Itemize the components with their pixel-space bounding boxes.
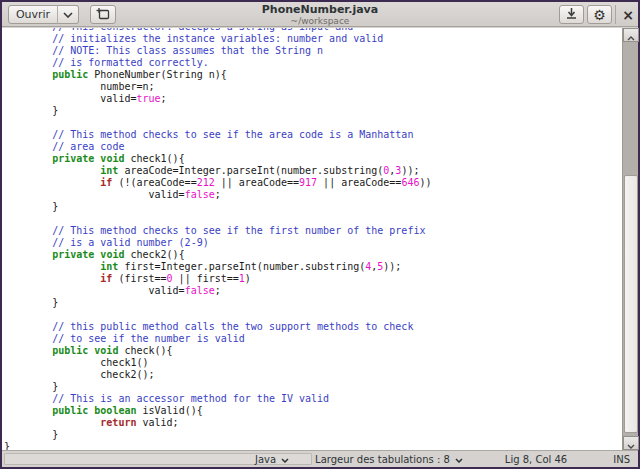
- code-line: if (!(areaCode==212 || areaCode==917 || …: [4, 177, 622, 189]
- window-title-area: PhoneNumber.java ~/workspace: [262, 4, 378, 26]
- code-line: private void check2(){: [4, 249, 622, 261]
- code-line: }: [4, 441, 622, 450]
- code-line: // area code: [4, 141, 622, 153]
- code-line: // This is an accessor method for the IV…: [4, 393, 622, 405]
- code-line: // this public method calls the two supp…: [4, 321, 622, 333]
- vertical-scrollbar[interactable]: [622, 28, 638, 450]
- header-bar: Ouvrir PhoneNumber.java ~/workspace: [2, 2, 638, 27]
- status-bar: Java Largeur des tabulations : 8 Lig 8, …: [2, 450, 638, 467]
- code-line: number=n;: [4, 81, 622, 93]
- code-line: // NOTE: This class assumes that the Str…: [4, 45, 622, 57]
- cursor-position-label: Lig 8, Col 46: [505, 454, 567, 465]
- header-separator: [615, 5, 616, 24]
- input-mode-label: INS: [613, 454, 630, 465]
- code-line: [4, 213, 622, 225]
- cursor-position: Lig 8, Col 46: [505, 454, 567, 465]
- code-line: [4, 117, 622, 129]
- code-line: int areaCode=Integer.parseInt(number.sub…: [4, 165, 622, 177]
- chevron-down-icon: [281, 454, 289, 465]
- code-line: }: [4, 381, 622, 393]
- input-mode-indicator: INS: [613, 454, 630, 465]
- gedit-window: Ouvrir PhoneNumber.java ~/workspace: [0, 0, 640, 469]
- open-recent-dropdown-button[interactable]: [57, 5, 79, 24]
- tab-width-label: Largeur des tabulations : 8: [315, 454, 450, 465]
- new-document-button[interactable]: [90, 5, 116, 24]
- code-line: return valid;: [4, 417, 622, 429]
- code-line: [4, 309, 622, 321]
- document-path: ~/workspace: [262, 16, 378, 26]
- code-line: // This method checks to see if the firs…: [4, 225, 622, 237]
- language-label: Java: [255, 454, 276, 465]
- gear-icon: ⚙: [593, 7, 606, 23]
- save-button[interactable]: [559, 5, 584, 24]
- code-line: if (first==0 || first==1): [4, 273, 622, 285]
- code-line: // is a valid number (2-9): [4, 237, 622, 249]
- chevron-down-icon: [63, 8, 73, 21]
- code-line: check2();: [4, 369, 622, 381]
- code-line: }: [4, 297, 622, 309]
- code-line: valid=false;: [4, 285, 622, 297]
- code-line: public void check(){: [4, 345, 622, 357]
- code-line: valid=true;: [4, 93, 622, 105]
- scroll-up-button[interactable]: [623, 28, 639, 42]
- code-line: }: [4, 429, 622, 441]
- code-line: private void check1(){: [4, 153, 622, 165]
- code-line: // This method checks to see if the area…: [4, 129, 622, 141]
- open-button[interactable]: Ouvrir: [8, 5, 58, 24]
- code-content: // This constructor: accepts a String as…: [2, 28, 622, 450]
- code-line: // initializes the instance variables: n…: [4, 33, 622, 45]
- code-line: valid=false;: [4, 189, 622, 201]
- open-button-label: Ouvrir: [16, 8, 50, 21]
- code-line: }: [4, 201, 622, 213]
- close-button[interactable]: ×: [617, 5, 639, 24]
- text-editor-area[interactable]: // This constructor: accepts a String as…: [2, 28, 622, 450]
- statusbar-right-group: Java Largeur des tabulations : 8 Lig 8, …: [255, 451, 630, 467]
- code-line: int first=Integer.parseInt(number.substr…: [4, 261, 622, 273]
- chevron-down-icon: [455, 454, 463, 465]
- document-title: PhoneNumber.java: [262, 4, 378, 16]
- code-line: // to see if the number is valid: [4, 333, 622, 345]
- close-icon: ×: [622, 7, 634, 23]
- menu-button[interactable]: ⚙: [587, 5, 612, 24]
- save-icon: [565, 7, 578, 23]
- code-line: }: [4, 105, 622, 117]
- code-line: public PhoneNumber(String n){: [4, 69, 622, 81]
- code-line: // is formatted correctly.: [4, 57, 622, 69]
- scrollbar-thumb[interactable]: [624, 175, 638, 433]
- new-document-icon: [96, 7, 110, 23]
- code-line: public boolean isValid(){: [4, 405, 622, 417]
- code-line: check1(): [4, 357, 622, 369]
- tab-width-selector[interactable]: Largeur des tabulations : 8: [315, 454, 463, 465]
- arrow-up-icon: [627, 26, 635, 45]
- language-selector[interactable]: Java: [255, 454, 289, 465]
- scroll-down-button[interactable]: [623, 436, 639, 450]
